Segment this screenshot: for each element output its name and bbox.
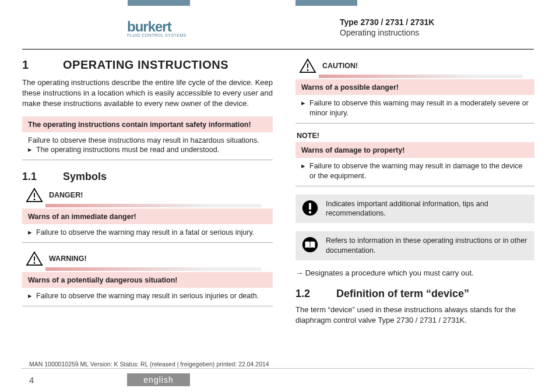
safety-box-body: Failure to observe these instructions ma… [22,132,273,160]
warning-label: WARNING! [49,255,87,263]
caution-label: CAUTION! [322,62,358,70]
warning-triangle-icon [26,251,43,266]
subsection-title: Symbols [63,171,107,183]
warning-triangle-icon [299,58,316,73]
doc-subtitle: Operating instructions [340,28,532,37]
warning-header: WARNING! [26,251,273,266]
subsection-title: Definition of term “device” [336,288,469,300]
left-column: 1 OPERATING INSTRUCTIONS The operating i… [22,58,273,315]
warning-box-header: Warns of a potentially dangerous situati… [22,272,273,288]
section-number: 1 [22,58,63,72]
arrow-right-icon: → [295,269,305,277]
intro-paragraph: The operating instructions describe the … [22,77,273,110]
svg-point-3 [34,262,36,264]
severity-bar [45,204,261,207]
doc-header: Type 2730 / 2731 / 2731K Operating instr… [340,17,532,37]
note-bullet: Failure to observe the warning may resul… [309,161,529,181]
right-column: CAUTION! Warns of a possible danger! ▸Fa… [295,58,534,333]
caution-box: Warns of a possible danger! ▸Failure to … [295,79,534,123]
section-1-heading: 1 OPERATING INSTRUCTIONS [22,58,273,72]
danger-label: DANGER! [49,191,83,199]
danger-box-body: ▸Failure to observe the warning may resu… [22,224,273,242]
brand-logo: burkert FLUID CONTROL SYSTEMS [127,19,186,37]
warning-box: Warns of a potentially dangerous situati… [22,272,273,306]
caution-box-header: Warns of a possible danger! [295,79,534,95]
type-line: Type 2730 / 2731 / 2731K [340,17,532,27]
book-icon [301,236,319,253]
danger-bullet: Failure to observe the warning may resul… [36,228,267,238]
tab-marker-right [295,0,357,6]
safety-info-box: The operating instructions contain impor… [22,116,273,161]
warning-triangle-icon [26,188,43,203]
language-tab: english [127,373,190,386]
bullet-mark-icon: ▸ [28,228,36,238]
note-box: Warns of damage to property! ▸Failure to… [295,142,534,186]
procedure-arrow-line: → Designates a procedure which you must … [295,269,534,277]
danger-box-header: Warns of an immediate danger! [22,209,273,224]
page-number: 4 [29,375,34,385]
info-tip-text: Indicates important additional informati… [326,199,529,219]
bullet-mark-icon: ▸ [301,98,309,118]
note-box-header: Warns of damage to property! [295,142,534,158]
subsection-number: 1.1 [22,171,63,183]
caution-box-body: ▸Failure to observe this warning may res… [295,95,534,123]
note-box-body: ▸Failure to observe the warning may resu… [295,158,534,186]
danger-box: Warns of an immediate danger! ▸Failure t… [22,209,273,243]
info-reference-box: Refers to information in these operating… [295,231,534,260]
danger-header: DANGER! [26,188,273,203]
bullet-mark-icon: ▸ [301,161,309,181]
footer-rule [22,368,534,369]
caution-header: CAUTION! [299,58,534,73]
safety-bullet: ▸ The operating instructions must be rea… [28,145,267,155]
section-title: OPERATING INSTRUCTIONS [63,58,228,72]
bullet-mark-icon: ▸ [28,291,36,301]
tab-marker-left [128,0,190,6]
logo-subtitle: FLUID CONTROL SYSTEMS [127,33,186,37]
info-ref-text: Refers to information in these operating… [326,236,529,256]
svg-point-5 [307,69,309,71]
subsection-number: 1.2 [295,288,336,300]
definition-paragraph: The term “device” used in these instruct… [295,305,534,326]
note-label: NOTE! [297,132,534,140]
section-1-1-heading: 1.1 Symbols [22,171,273,183]
footer-meta: MAN 1000010259 ML Version: K Status: RL … [29,361,269,368]
warning-bullet: Failure to observe the warning may resul… [36,291,267,301]
svg-point-1 [34,199,36,200]
safety-bullet-text: The operating instructions must be read … [36,145,267,155]
section-1-2-heading: 1.2 Definition of term “device” [295,288,534,300]
warning-box-body: ▸Failure to observe the warning may resu… [22,288,273,306]
caution-bullet: Failure to observe this warning may resu… [309,98,529,118]
header-rule [22,49,534,50]
exclamation-circle-icon [301,199,319,217]
info-tip-box: Indicates important additional informati… [295,195,534,224]
svg-point-8 [309,211,311,213]
severity-bar [45,267,261,271]
bullet-mark-icon: ▸ [28,145,36,155]
severity-bar [319,75,523,78]
svg-rect-7 [309,203,311,209]
header-area: burkert FLUID CONTROL SYSTEMS Type 2730 … [0,0,556,49]
arrow-text: Designates a procedure which you must ca… [305,269,474,277]
safety-box-header: The operating instructions contain impor… [22,116,273,132]
safety-line: Failure to observe these instructions ma… [28,136,267,146]
logo-text: burkert [127,19,186,35]
